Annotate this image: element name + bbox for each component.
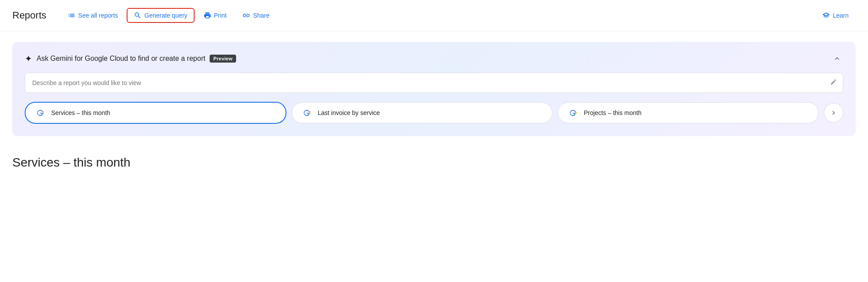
chip-services-this-month[interactable]: Services – this month: [25, 102, 286, 124]
preview-badge: Preview: [210, 55, 236, 63]
learn-icon: [822, 11, 830, 19]
learn-label: Learn: [833, 12, 849, 19]
toolbar-actions: See all reports Generate query Print Sha…: [60, 8, 856, 23]
page-title: Reports: [12, 10, 46, 21]
print-label: Print: [214, 12, 227, 19]
chip-invoice-label: Last invoice by service: [318, 109, 380, 116]
share-label: Share: [253, 12, 269, 19]
gemini-panel: ✦ Ask Gemini for Google Cloud to find or…: [12, 42, 856, 136]
learn-button[interactable]: Learn: [815, 8, 856, 23]
gemini-search-input[interactable]: [25, 73, 843, 93]
gemini-title-row: ✦ Ask Gemini for Google Cloud to find or…: [25, 53, 236, 64]
chip-projects-this-month[interactable]: Projects – this month: [558, 102, 819, 123]
toolbar: Reports See all reports Generate query P…: [0, 0, 868, 31]
print-icon: [203, 11, 211, 19]
generate-query-button[interactable]: Generate query: [127, 8, 194, 23]
see-all-reports-button[interactable]: See all reports: [60, 8, 125, 23]
generate-query-label: Generate query: [144, 12, 187, 19]
bottom-section: Services – this month: [0, 147, 868, 182]
print-button[interactable]: Print: [196, 8, 234, 23]
collapse-button[interactable]: [831, 52, 843, 65]
chevron-right-icon: [830, 109, 838, 117]
gemini-title: Ask Gemini for Google Cloud to find or c…: [37, 55, 205, 63]
gcloud-logo-icon: [34, 108, 47, 118]
see-all-reports-label: See all reports: [78, 12, 118, 19]
gemini-header: ✦ Ask Gemini for Google Cloud to find or…: [25, 52, 843, 65]
share-button[interactable]: Share: [235, 8, 276, 23]
suggestion-chips: Services – this month Last invoice by se…: [25, 102, 843, 124]
generate-query-icon: [134, 11, 142, 19]
section-title: Services – this month: [12, 156, 856, 170]
list-icon: [68, 11, 75, 19]
chevron-up-icon: [833, 54, 842, 63]
gcloud-logo-icon-3: [567, 108, 579, 118]
gemini-input-wrap: [25, 73, 843, 93]
chip-projects-label: Projects – this month: [584, 109, 642, 116]
chip-services-label: Services – this month: [51, 109, 110, 116]
chips-next-button[interactable]: [824, 103, 843, 122]
chip-last-invoice[interactable]: Last invoice by service: [292, 102, 552, 123]
sparkle-icon: ✦: [25, 53, 32, 64]
gcloud-logo-icon-2: [301, 108, 313, 118]
share-icon: [242, 11, 250, 19]
